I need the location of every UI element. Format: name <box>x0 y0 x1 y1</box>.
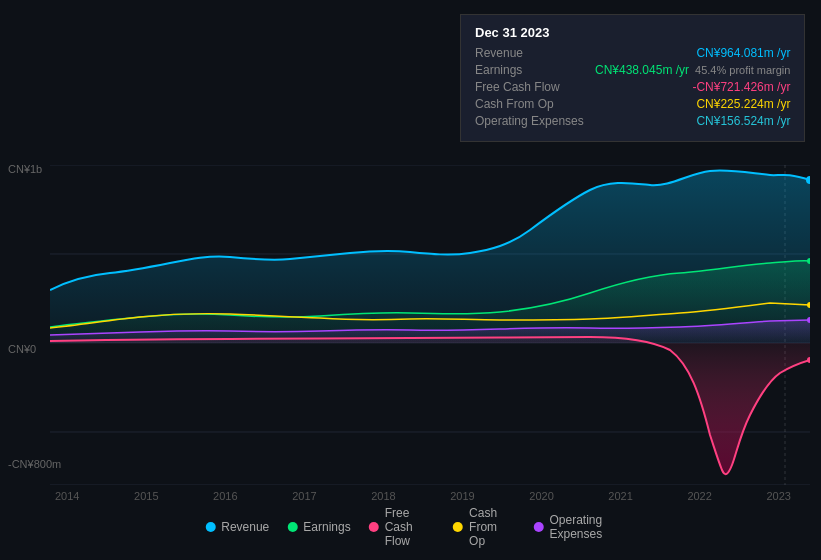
legend: Revenue Earnings Free Cash Flow Cash Fro… <box>205 506 616 548</box>
tooltip-value-fcf: -CN¥721.426m /yr <box>595 80 790 94</box>
tooltip-label-revenue: Revenue <box>475 46 595 60</box>
tooltip-box: Dec 31 2023 Revenue CN¥964.081m /yr Earn… <box>460 14 805 142</box>
tooltip-label-earnings: Earnings <box>475 63 595 77</box>
legend-dot-cfo <box>453 522 463 532</box>
y-label-zero: CN¥0 <box>8 343 36 355</box>
tooltip-label-cfo: Cash From Op <box>475 97 595 111</box>
chart-svg <box>50 165 810 485</box>
tooltip-value-cfo: CN¥225.224m /yr <box>595 97 790 111</box>
tooltip-row-earnings: Earnings CN¥438.045m /yr 45.4% profit ma… <box>475 63 790 77</box>
tooltip-value-revenue: CN¥964.081m /yr <box>595 46 790 60</box>
x-label-2023: 2023 <box>766 490 790 502</box>
y-label-top: CN¥1b <box>8 163 42 175</box>
legend-dot-revenue <box>205 522 215 532</box>
legend-label-revenue: Revenue <box>221 520 269 534</box>
x-label-2016: 2016 <box>213 490 237 502</box>
tooltip-value-opex: CN¥156.524m /yr <box>595 114 790 128</box>
x-label-2020: 2020 <box>529 490 553 502</box>
tooltip-value-earnings: CN¥438.045m /yr <box>595 63 689 77</box>
tooltip-row-revenue: Revenue CN¥964.081m /yr <box>475 46 790 60</box>
x-label-2021: 2021 <box>608 490 632 502</box>
tooltip-date: Dec 31 2023 <box>475 25 790 40</box>
legend-dot-opex <box>534 522 544 532</box>
tooltip-row-cfo: Cash From Op CN¥225.224m /yr <box>475 97 790 111</box>
legend-dot-fcf <box>369 522 379 532</box>
legend-label-opex: Operating Expenses <box>550 513 616 541</box>
legend-label-fcf: Free Cash Flow <box>385 506 435 548</box>
tooltip-label-opex: Operating Expenses <box>475 114 595 128</box>
profit-margin: 45.4% profit margin <box>695 64 790 76</box>
x-label-2014: 2014 <box>55 490 79 502</box>
legend-label-earnings: Earnings <box>303 520 350 534</box>
tooltip-label-fcf: Free Cash Flow <box>475 80 595 94</box>
x-label-2018: 2018 <box>371 490 395 502</box>
x-label-2022: 2022 <box>687 490 711 502</box>
legend-item-fcf[interactable]: Free Cash Flow <box>369 506 435 548</box>
legend-item-opex[interactable]: Operating Expenses <box>534 513 616 541</box>
x-labels: 2014 2015 2016 2017 2018 2019 2020 2021 … <box>0 490 821 502</box>
x-label-2017: 2017 <box>292 490 316 502</box>
tooltip-row-opex: Operating Expenses CN¥156.524m /yr <box>475 114 790 128</box>
legend-dot-earnings <box>287 522 297 532</box>
legend-item-cfo[interactable]: Cash From Op <box>453 506 515 548</box>
tooltip-row-fcf: Free Cash Flow -CN¥721.426m /yr <box>475 80 790 94</box>
chart-container: Dec 31 2023 Revenue CN¥964.081m /yr Earn… <box>0 0 821 560</box>
legend-item-revenue[interactable]: Revenue <box>205 520 269 534</box>
legend-label-cfo: Cash From Op <box>469 506 515 548</box>
x-label-2019: 2019 <box>450 490 474 502</box>
legend-item-earnings[interactable]: Earnings <box>287 520 350 534</box>
x-label-2015: 2015 <box>134 490 158 502</box>
